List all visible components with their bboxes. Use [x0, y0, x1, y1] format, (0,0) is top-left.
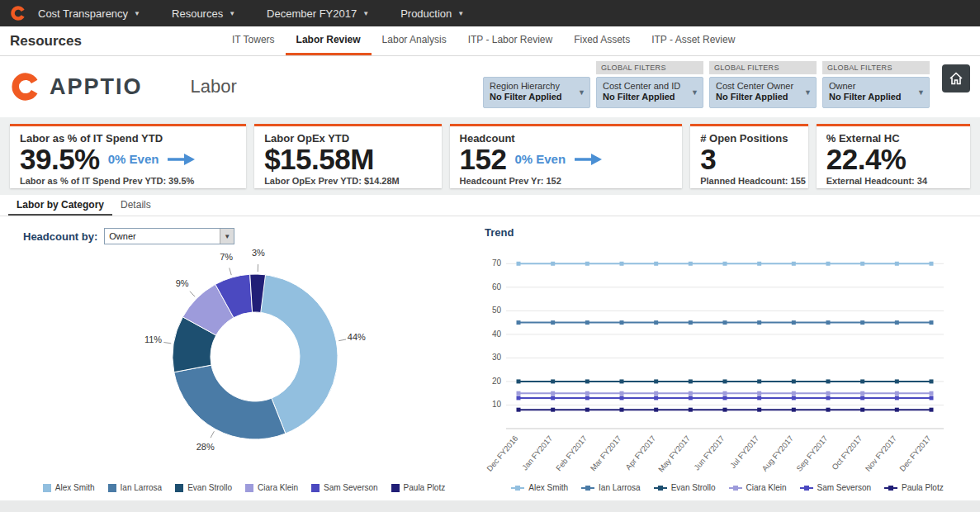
- x-axis-label: Apr FY2017: [623, 434, 657, 472]
- tab-labor-analysis[interactable]: Labor Analysis: [372, 26, 457, 55]
- kpi-subtitle: Planned Headcount: 155: [700, 176, 798, 186]
- trend-marker: [826, 320, 831, 325]
- trend-marker: [792, 262, 796, 266]
- y-axis-label: 30: [492, 353, 502, 362]
- filter-value: No Filter Applied: [716, 92, 801, 102]
- nav-item-period[interactable]: December FY2017 ▼: [267, 7, 369, 20]
- trend-marker: [860, 320, 864, 325]
- tab-fixed-assets[interactable]: Fixed Assets: [563, 26, 641, 55]
- kpi-subtitle: External Headcount: 34: [826, 176, 960, 186]
- legend-item[interactable]: Ian Larrosa: [108, 483, 163, 492]
- kpi-subtitle: Labor as % of IT Spend Prev YTD: 39.5%: [20, 176, 236, 186]
- trend-marker: [551, 320, 555, 325]
- y-axis-label: 20: [492, 377, 502, 386]
- donut-legend: Alex Smith Ian Larrosa Evan Strollo Ciar…: [12, 481, 476, 500]
- legend-swatch: [43, 484, 51, 492]
- trend-marker: [757, 262, 761, 266]
- legend-item[interactable]: Ciara Klein: [729, 483, 787, 492]
- legend-item[interactable]: Ian Larrosa: [581, 483, 641, 492]
- filter-region-hierarchy[interactable]: Region Hierarchy No Filter Applied ▼: [483, 77, 590, 108]
- trend-marker: [757, 391, 761, 396]
- filter-cost-center-owner[interactable]: Cost Center Owner No Filter Applied ▼: [709, 77, 817, 108]
- trend-marker: [860, 408, 864, 412]
- legend-item[interactable]: Evan Strollo: [175, 483, 232, 492]
- top-nav: Cost Transparency ▼ Resources ▼ December…: [0, 0, 980, 26]
- kpi-open-positions[interactable]: # Open Positions 3 Planned Headcount: 15…: [690, 124, 808, 188]
- trend-marker: [689, 408, 693, 412]
- donut-chart-area: 44%28%11%9%7%3%: [12, 244, 476, 481]
- nav-item-resources[interactable]: Resources ▼: [172, 7, 235, 20]
- x-axis-label: Nov FY2017: [863, 434, 897, 473]
- donut-slice[interactable]: [174, 365, 286, 439]
- chevron-down-icon: ▼: [917, 88, 925, 97]
- kpi-delta: 0% Even: [514, 152, 566, 166]
- trend-marker: [860, 391, 864, 396]
- kpi-labor-opex-ytd[interactable]: Labor OpEx YTD $15.58M Labor OpEx Prev Y…: [254, 124, 441, 188]
- chevron-down-icon: ▼: [134, 10, 140, 17]
- kpi-headcount[interactable]: Headcount 152 0% Even Headcount Prev Yr:…: [450, 124, 683, 188]
- trend-marker: [551, 408, 555, 412]
- kpi-labor-pct-it-spend[interactable]: Labor as % of IT Spend YTD 39.5% 0% Even…: [10, 124, 246, 188]
- trend-marker: [723, 262, 727, 266]
- chevron-down-icon: ▼: [578, 88, 585, 97]
- filter-group-cost-center-owner: GLOBAL FILTERS Cost Center Owner No Filt…: [709, 61, 817, 108]
- tab-details[interactable]: Details: [112, 195, 159, 216]
- nav-item-cost-transparency[interactable]: Cost Transparency ▼: [38, 7, 140, 20]
- legend-item[interactable]: Ciara Klein: [245, 483, 298, 492]
- x-axis-label: May FY2017: [656, 434, 692, 473]
- trend-chart[interactable]: 10203040506070Dec FY2016Jan FY2017Feb FY…: [481, 240, 956, 476]
- filter-group-region-hierarchy: Region Hierarchy No Filter Applied ▼: [483, 77, 590, 108]
- kpi-value: 22.4%: [826, 145, 907, 174]
- legend-line-swatch: [581, 487, 594, 489]
- legend-item[interactable]: Sam Severson: [311, 483, 378, 492]
- tab-itp-labor-review[interactable]: ITP - Labor Review: [457, 26, 564, 55]
- legend-item[interactable]: Sam Severson: [800, 483, 872, 492]
- trend-marker: [620, 391, 624, 396]
- tab-labor-by-category[interactable]: Labor by Category: [8, 195, 112, 216]
- legend-line-swatch: [800, 487, 813, 489]
- nav-item-label: December FY2017: [267, 7, 357, 20]
- nav-item-label: Cost Transparency: [38, 7, 128, 20]
- kpi-value: 152: [460, 145, 507, 174]
- legend-label: Ian Larrosa: [599, 483, 641, 492]
- trend-marker: [620, 408, 624, 412]
- legend-label: Alex Smith: [528, 483, 568, 492]
- nav-item-label: Production: [400, 7, 452, 20]
- trend-marker: [930, 320, 934, 325]
- filter-owner[interactable]: Owner No Filter Applied ▼: [822, 77, 930, 108]
- trend-marker: [620, 320, 624, 325]
- filter-name: Cost Center and ID: [603, 81, 688, 91]
- kpi-external-hc[interactable]: % External HC 22.4% External Headcount: …: [817, 124, 970, 188]
- tab-it-towers[interactable]: IT Towers: [221, 26, 286, 55]
- home-button[interactable]: [942, 64, 970, 92]
- headcount-by-dropdown[interactable]: Owner ▼: [104, 228, 234, 244]
- donut-chart[interactable]: 44%28%11%9%7%3%: [12, 244, 474, 469]
- legend-swatch: [245, 484, 253, 492]
- legend-item[interactable]: Alex Smith: [511, 483, 568, 492]
- y-axis-label: 40: [492, 329, 502, 339]
- filter-name: Cost Center Owner: [716, 81, 801, 91]
- apptio-logo-icon[interactable]: [10, 5, 26, 21]
- legend-label: Ciara Klein: [258, 483, 298, 492]
- legend-label: Paula Plotz: [902, 483, 944, 492]
- legend-item[interactable]: Evan Strollo: [654, 483, 716, 492]
- legend-label: Sam Severson: [817, 483, 872, 492]
- legend-item[interactable]: Alex Smith: [43, 483, 95, 492]
- global-filters-label: GLOBAL FILTERS: [709, 61, 817, 74]
- trend-marker: [723, 396, 727, 400]
- trend-marker: [551, 396, 555, 400]
- filter-cost-center-and-id[interactable]: Cost Center and ID No Filter Applied ▼: [596, 77, 703, 108]
- trend-marker: [826, 262, 831, 266]
- legend-item[interactable]: Paula Plotz: [391, 483, 446, 492]
- chevron-down-icon: ▼: [804, 88, 812, 97]
- x-axis-label: Oct FY2017: [830, 434, 864, 472]
- trend-marker: [757, 396, 761, 400]
- trend-marker: [585, 396, 589, 400]
- bottom-strip: [0, 500, 980, 512]
- nav-item-environment[interactable]: Production ▼: [400, 7, 464, 20]
- legend-item[interactable]: Paula Plotz: [884, 483, 944, 492]
- tab-itp-asset-review[interactable]: ITP - Asset Review: [641, 26, 746, 55]
- tab-labor-review[interactable]: Labor Review: [286, 26, 372, 55]
- trend-legend: Alex Smith Ian Larrosa Evan Strollo Ciar…: [481, 481, 973, 500]
- legend-line-swatch: [511, 487, 524, 489]
